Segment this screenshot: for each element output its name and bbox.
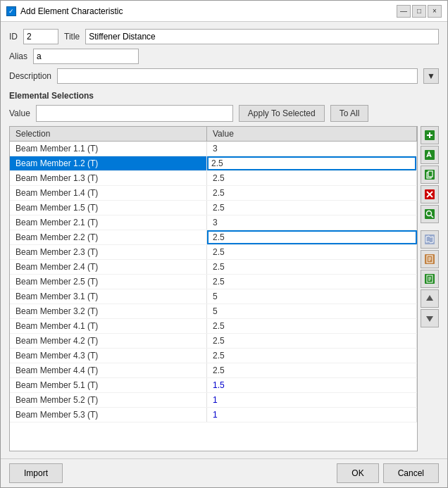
table-row[interactable]: Beam Member 2.3 (T)2.5 xyxy=(10,245,417,260)
add-row-button[interactable] xyxy=(421,126,439,144)
maximize-button[interactable]: □ xyxy=(412,5,426,18)
cell-value: 5 xyxy=(207,304,417,318)
cell-value: 2.5 xyxy=(207,171,417,185)
cell-selection: Beam Member 4.3 (T) xyxy=(10,349,207,363)
cell-selection: Beam Member 1.3 (T) xyxy=(10,171,207,185)
cell-selection: Beam Member 2.1 (T) xyxy=(10,215,207,230)
ok-button[interactable]: OK xyxy=(337,463,378,483)
value-input[interactable] xyxy=(36,105,233,122)
table-row[interactable]: Beam Member 5.3 (T)1 xyxy=(10,408,417,423)
table-row[interactable]: Beam Member 3.1 (T)5 xyxy=(10,289,417,304)
title-bar-left: ✓ Add Element Characteristic xyxy=(6,6,123,16)
title-bar: ✓ Add Element Characteristic — □ × xyxy=(1,1,447,22)
cell-selection: Beam Member 4.2 (T) xyxy=(10,334,207,348)
cell-value: 1 xyxy=(207,408,417,422)
description-field[interactable] xyxy=(57,68,418,84)
table-row[interactable]: Beam Member 2.2 (T)2.5 xyxy=(10,230,417,245)
title-label: Title xyxy=(64,32,80,42)
cell-value: 2.5 xyxy=(207,363,417,377)
table-row[interactable]: Beam Member 1.4 (T)2.5 xyxy=(10,186,417,201)
id-label: ID xyxy=(9,32,18,42)
cell-value[interactable] xyxy=(207,156,417,170)
bottom-right-buttons: OK Cancel xyxy=(337,463,439,483)
cell-selection: Beam Member 5.1 (T) xyxy=(10,378,207,392)
bottom-bar: Import OK Cancel xyxy=(1,458,447,487)
table-row[interactable]: Beam Member 4.3 (T)2.5 xyxy=(10,349,417,363)
map-button[interactable] xyxy=(421,230,439,249)
cell-selection: Beam Member 2.4 (T) xyxy=(10,260,207,274)
cell-selection: Beam Member 5.2 (T) xyxy=(10,393,207,407)
svg-rect-7 xyxy=(428,171,433,177)
table-row[interactable]: Beam Member 1.2 (T) xyxy=(10,156,417,171)
pin-button-2[interactable] xyxy=(421,270,439,288)
cell-value-input[interactable] xyxy=(207,156,416,170)
alias-field[interactable] xyxy=(33,49,139,64)
cell-selection: Beam Member 2.2 (T) xyxy=(10,230,207,244)
add-element-characteristic-window: ✓ Add Element Characteristic — □ × ID Ti… xyxy=(0,0,448,488)
cell-value: 1 xyxy=(207,393,417,407)
side-buttons xyxy=(421,126,439,451)
cell-selection: Beam Member 1.1 (T) xyxy=(10,142,207,156)
table-row[interactable]: Beam Member 1.5 (T)2.5 xyxy=(10,201,417,215)
elemental-selections-label: Elemental Selections xyxy=(9,91,439,101)
cell-selection: Beam Member 2.3 (T) xyxy=(10,245,207,259)
table-container: Selection Value Beam Member 1.1 (T)3Beam… xyxy=(9,126,439,451)
alias-row: Alias xyxy=(9,49,439,64)
cell-selection: Beam Member 1.2 (T) xyxy=(10,156,207,170)
table-row[interactable]: Beam Member 3.2 (T)5 xyxy=(10,304,417,319)
to-all-button[interactable]: To All xyxy=(330,105,369,122)
cell-value: 3 xyxy=(207,142,417,156)
move-down-button[interactable] xyxy=(421,309,439,327)
apply-to-selected-button[interactable]: Apply To Selected xyxy=(239,105,325,122)
cell-value: 2.5 xyxy=(207,230,417,244)
id-title-row: ID Title xyxy=(9,29,439,44)
cell-value: 2.5 xyxy=(207,201,417,215)
table-row[interactable]: Beam Member 5.2 (T)1 xyxy=(10,393,417,408)
description-dropdown-button[interactable]: ▼ xyxy=(423,68,439,84)
table-row[interactable]: Beam Member 1.3 (T)2.5 xyxy=(10,171,417,186)
copy-row-button[interactable] xyxy=(421,165,439,184)
table-row[interactable]: Beam Member 4.1 (T)2.5 xyxy=(10,319,417,334)
table-row[interactable]: Beam Member 1.1 (T)3 xyxy=(10,142,417,156)
cell-value: 2.5 xyxy=(207,186,417,200)
cell-value: 5 xyxy=(207,289,417,304)
cell-value: 2.5 xyxy=(207,349,417,363)
table-row[interactable]: Beam Member 2.5 (T)2.5 xyxy=(10,275,417,289)
table-row[interactable]: Beam Member 4.4 (T)2.5 xyxy=(10,363,417,378)
cell-value: 1.5 xyxy=(207,378,417,392)
description-label: Description xyxy=(9,71,51,81)
table-body[interactable]: Beam Member 1.1 (T)3Beam Member 1.2 (T)B… xyxy=(10,142,417,451)
pin-button-1[interactable] xyxy=(421,250,439,268)
value-label: Value xyxy=(9,108,30,118)
table-row[interactable]: Beam Member 4.2 (T)2.5 xyxy=(10,334,417,349)
search-button[interactable] xyxy=(421,205,439,223)
table-header: Selection Value xyxy=(10,127,417,142)
cell-selection: Beam Member 2.5 (T) xyxy=(10,275,207,289)
col-header-selection: Selection xyxy=(10,127,207,141)
import-button[interactable]: Import xyxy=(9,463,63,483)
cell-value: 2.5 xyxy=(207,245,417,259)
title-bar-controls: — □ × xyxy=(397,5,442,18)
cell-value: 3 xyxy=(207,215,417,230)
table-row[interactable]: Beam Member 2.1 (T)3 xyxy=(10,215,417,230)
table-row[interactable]: Beam Member 2.4 (T)2.5 xyxy=(10,260,417,275)
cell-value: 2.5 xyxy=(207,319,417,333)
cell-value: 2.5 xyxy=(207,260,417,274)
svg-marker-26 xyxy=(426,316,433,322)
minimize-button[interactable]: — xyxy=(397,5,411,18)
move-up-button[interactable] xyxy=(421,289,439,308)
close-button[interactable]: × xyxy=(428,5,442,18)
cell-selection: Beam Member 4.4 (T) xyxy=(10,363,207,377)
cell-selection: Beam Member 3.2 (T) xyxy=(10,304,207,318)
table-row[interactable]: Beam Member 5.1 (T)1.5 xyxy=(10,378,417,393)
cancel-button[interactable]: Cancel xyxy=(383,463,439,483)
delete-row-button[interactable] xyxy=(421,185,439,204)
col-header-value: Value xyxy=(207,127,417,141)
window-icon: ✓ xyxy=(6,6,16,16)
cell-selection: Beam Member 3.1 (T) xyxy=(10,289,207,304)
edit-row-button[interactable] xyxy=(421,146,439,164)
cell-value: 2.5 xyxy=(207,275,417,289)
description-row: Description ▼ xyxy=(9,68,439,84)
id-field[interactable] xyxy=(23,29,58,44)
title-field[interactable] xyxy=(85,29,439,44)
